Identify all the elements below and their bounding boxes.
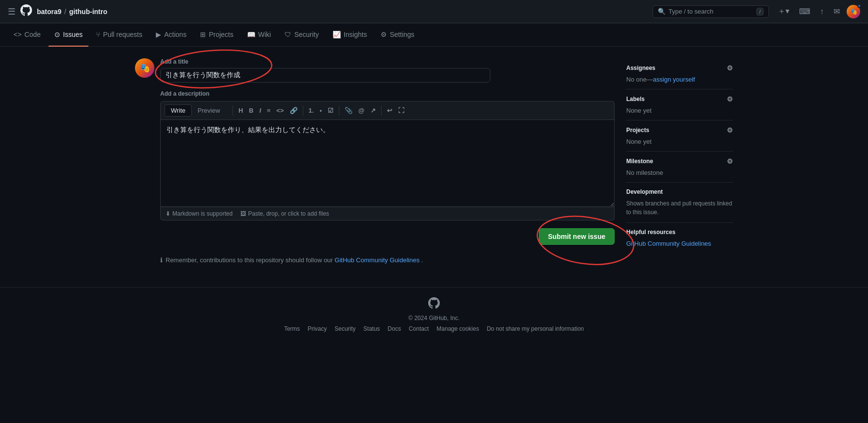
- search-bar[interactable]: 🔍 Type / to search /: [652, 5, 769, 18]
- submit-area: Submit new issue: [160, 228, 615, 245]
- description-content: 引き算を行う関数を作り、結果を出力してください。: [167, 126, 330, 134]
- sidebar-projects-title: Projects: [626, 127, 649, 134]
- footer-links: Terms Privacy Security Status Docs Conta…: [0, 325, 868, 332]
- subnav-issues[interactable]: ⊙ Issues: [49, 23, 88, 47]
- inbox-icon-button[interactable]: ✉: [831, 5, 843, 18]
- sidebar-development-desc: Shows branches and pull requests linked …: [626, 199, 733, 217]
- breadcrumb-separator: /: [65, 8, 67, 16]
- projects-gear-icon[interactable]: ⚙: [727, 126, 733, 134]
- sidebar-assignees: Assignees ⚙ No one—assign yourself: [626, 58, 733, 89]
- toolbar-unordered-list[interactable]: •: [317, 105, 324, 116]
- pull-request-icon: ⑂: [96, 31, 100, 38]
- description-label: Add a description: [160, 90, 615, 97]
- title-label: Add a title: [160, 58, 615, 65]
- toolbar-undo[interactable]: ↩: [384, 105, 395, 116]
- markdown-icon: ⬇: [166, 210, 170, 217]
- footer-link-security[interactable]: Security: [334, 325, 355, 332]
- footer-link-do-not-share[interactable]: Do not share my personal information: [487, 325, 584, 332]
- footer-link-terms[interactable]: Terms: [284, 325, 300, 332]
- guidelines-text: Remember, contributions to this reposito…: [166, 256, 423, 264]
- subnav-settings[interactable]: ⚙ Settings: [375, 23, 420, 47]
- footer-link-contact[interactable]: Contact: [409, 325, 429, 332]
- sidebar-projects-header: Projects ⚙: [626, 126, 733, 134]
- footer-link-privacy[interactable]: Privacy: [308, 325, 327, 332]
- tab-preview[interactable]: Preview: [192, 104, 226, 117]
- community-guidelines-link[interactable]: GitHub Community Guidelines: [334, 256, 419, 264]
- form-with-avatar: 🎭 Add a title Add a description: [135, 58, 615, 264]
- footer-link-status[interactable]: Status: [364, 325, 380, 332]
- breadcrumb-repo[interactable]: github-intro: [69, 8, 107, 16]
- github-logo[interactable]: [20, 4, 32, 19]
- toolbar-list[interactable]: ≡: [265, 105, 273, 116]
- user-avatar-menu[interactable]: 🎭: [847, 5, 860, 18]
- subnav-projects[interactable]: ⊞ Projects: [194, 23, 239, 47]
- footer-link-manage-cookies[interactable]: Manage cookies: [436, 325, 479, 332]
- labels-gear-icon[interactable]: ⚙: [727, 95, 733, 103]
- insights-icon: 📈: [333, 31, 341, 38]
- subnav-security-label: Security: [294, 31, 319, 38]
- topnav-right: ＋▾ ⌨ ↑ ✉ 🎭: [775, 4, 860, 18]
- toolbar-bold[interactable]: B: [247, 105, 256, 116]
- new-item-button[interactable]: ＋▾: [775, 4, 792, 18]
- subnav-projects-label: Projects: [209, 31, 234, 38]
- issues-icon: ⊙: [54, 31, 60, 38]
- sidebar-labels: Labels ⚙ None yet: [626, 89, 733, 120]
- subnav-issues-label: Issues: [63, 31, 83, 38]
- toolbar-italic[interactable]: I: [257, 105, 264, 116]
- toolbar-link[interactable]: 🔗: [287, 105, 300, 116]
- subnav-actions-label: Actions: [164, 31, 186, 38]
- markdown-text: Markdown is supported: [172, 210, 233, 217]
- sidebar-helpful: Helpful resources GitHub Community Guide…: [626, 223, 733, 253]
- issue-title-input[interactable]: [160, 68, 490, 83]
- repository-navigation: <> Code ⊙ Issues ⑂ Pull requests ▶ Actio…: [0, 23, 868, 47]
- subnav-code[interactable]: <> Code: [8, 23, 47, 47]
- editor-area[interactable]: 引き算を行う関数を作り、結果を出力してください。: [160, 119, 615, 207]
- sidebar-labels-title: Labels: [626, 96, 645, 102]
- toolbar-attachment[interactable]: 📎: [342, 105, 355, 116]
- tab-write[interactable]: Write: [165, 104, 192, 117]
- toolbar-mention[interactable]: @: [356, 105, 367, 116]
- toolbar-divider-1: [233, 106, 233, 116]
- file-paste-note[interactable]: 🖼 Paste, drop, or click to add files: [240, 210, 329, 217]
- wiki-icon: 📖: [247, 31, 255, 38]
- editor-toolbar: Write Preview H B I ≡ <> 🔗 1. • ☑: [160, 101, 615, 119]
- markdown-note: ⬇ Markdown is supported: [166, 210, 233, 217]
- sidebar-assignees-title: Assignees: [626, 65, 655, 71]
- milestone-gear-icon[interactable]: ⚙: [727, 157, 733, 165]
- toolbar-heading[interactable]: H: [236, 105, 245, 116]
- subnav-settings-label: Settings: [390, 31, 415, 38]
- toolbar-code[interactable]: <>: [274, 105, 286, 116]
- actions-icon: ▶: [156, 31, 161, 38]
- sidebar-development-header: Development: [626, 188, 733, 195]
- search-icon: 🔍: [658, 8, 666, 15]
- submit-new-issue-button[interactable]: Submit new issue: [539, 228, 615, 245]
- page-footer: © 2024 GitHub, Inc. Terms Privacy Securi…: [0, 287, 868, 352]
- assign-yourself-link[interactable]: assign yourself: [653, 76, 695, 83]
- terminal-icon-button[interactable]: ⌨: [796, 5, 813, 18]
- hamburger-icon[interactable]: ☰: [8, 6, 16, 17]
- subnav-wiki[interactable]: 📖 Wiki: [241, 23, 277, 47]
- subnav-actions[interactable]: ▶ Actions: [150, 23, 192, 47]
- form-fields: Add a title Add a description Write Prev…: [160, 58, 615, 264]
- notification-dot: [857, 4, 861, 8]
- subnav-insights-label: Insights: [344, 31, 367, 38]
- toolbar-fullscreen[interactable]: ⛶: [396, 105, 407, 116]
- subnav-insights[interactable]: 📈 Insights: [327, 23, 373, 47]
- helpful-guidelines-link[interactable]: GitHub Community Guidelines: [626, 240, 711, 247]
- toolbar-ordered-list[interactable]: 1.: [306, 105, 317, 116]
- file-paste-text: Paste, drop, or click to add files: [248, 210, 329, 217]
- toolbar-reference[interactable]: ↗: [368, 105, 378, 116]
- settings-icon: ⚙: [381, 31, 387, 38]
- toolbar-tasklist[interactable]: ☑: [325, 105, 336, 116]
- assignees-gear-icon[interactable]: ⚙: [727, 64, 733, 72]
- footer-link-docs[interactable]: Docs: [388, 325, 401, 332]
- sidebar-development-title: Development: [626, 188, 663, 195]
- subnav-security[interactable]: 🛡 Security: [279, 23, 325, 47]
- sidebar-helpful-title: Helpful resources: [626, 229, 675, 236]
- upload-icon-button[interactable]: ↑: [817, 5, 827, 18]
- toolbar-divider-2: [303, 106, 303, 116]
- user-avatar: 🎭: [135, 58, 154, 78]
- breadcrumb-user[interactable]: batora9: [37, 8, 62, 16]
- issue-sidebar: Assignees ⚙ No one—assign yourself Label…: [626, 58, 733, 264]
- subnav-pull-requests[interactable]: ⑂ Pull requests: [90, 23, 148, 47]
